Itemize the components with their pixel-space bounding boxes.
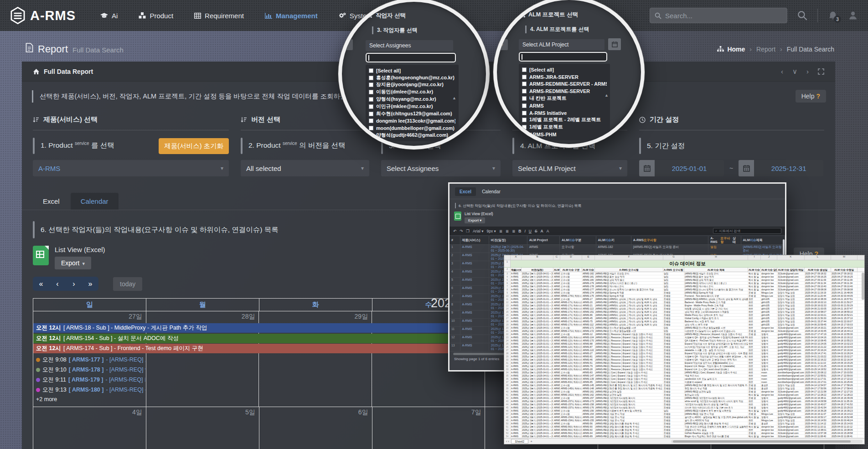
column-header[interactable]: A-RMS 요구사항 상태 bbox=[708, 236, 741, 244]
sheet-row[interactable]: 18A-RMS2025년 1분기 (2025-01-01 ~ 2025-03-3… bbox=[504, 320, 864, 323]
sheet-nav-icons[interactable]: ‹ › bbox=[506, 440, 509, 443]
nav-item-ai[interactable]: Ai bbox=[100, 12, 118, 20]
sheet-row[interactable]: 8A-RMS2025년 2분기 (2025-04-01 ~ 2025-06-30… bbox=[504, 288, 864, 291]
column-letter[interactable]: B bbox=[522, 255, 553, 260]
sheet-row[interactable]: 11A-RMS2025년 1분기 (2025-01-01 ~ 2025-03-3… bbox=[504, 298, 864, 301]
sheet-row[interactable]: 24A-RMS2025년 1분기 (2025-01-01 ~ 2025-03-3… bbox=[504, 339, 864, 342]
italic-button[interactable]: I bbox=[524, 229, 525, 233]
tab-excel[interactable]: Excel bbox=[33, 193, 70, 210]
column-letter[interactable]: J bbox=[761, 255, 777, 260]
column-letter[interactable]: E bbox=[582, 255, 595, 260]
sheet-row[interactable]: 10A-RMS2025년 2분기 (2025-04-01 ~ 2025-06-3… bbox=[504, 294, 864, 298]
sheet-row[interactable]: 15A-RMS2025년 1분기 (2025-01-01 ~ 2025-03-3… bbox=[504, 310, 864, 314]
sheet-row[interactable]: 21A-RMS2025년 2분기 (2025-04-01 ~ 2025-06-3… bbox=[504, 330, 864, 333]
sheet-row[interactable]: 34A-RMS2025년 2분기 (2025-04-01 ~ 2025-06-3… bbox=[504, 371, 864, 374]
alm-project-option[interactable]: ARMS-JIRA-SERVER bbox=[522, 73, 607, 81]
sheet-row[interactable]: 16A-RMS2025년 1분기 (2025-01-01 ~ 2025-03-3… bbox=[504, 314, 864, 317]
nav-item-product[interactable]: Product bbox=[139, 12, 173, 20]
calendar-next-button[interactable]: › bbox=[66, 277, 82, 291]
sheet-row[interactable]: 30A-RMS2025년 1분기 (2025-01-01 ~ 2025-03-3… bbox=[504, 358, 864, 361]
breadcrumb-report[interactable]: Report bbox=[756, 46, 775, 53]
assignee-option[interactable]: 이민규(mklee@mz.co.kr) bbox=[369, 103, 455, 110]
checkbox-icon[interactable] bbox=[522, 82, 527, 86]
checkbox-icon[interactable] bbox=[369, 83, 373, 87]
sheet-row[interactable]: 4A-RMS2025년 2분기 (2025-04-01 ~ 2025-06-30… bbox=[504, 275, 864, 279]
app-logo[interactable]: A-RMS bbox=[10, 7, 76, 24]
sheet-row[interactable]: 26A-RMS2025년 1분기 (2025-01-01 ~ 2025-03-3… bbox=[504, 346, 864, 349]
alm-project-option[interactable]: A-RMS Initiative bbox=[522, 109, 607, 117]
sheet-row[interactable]: 6A-RMS2025년 2분기 (2025-04-01 ~ 2025-06-30… bbox=[504, 282, 864, 285]
sheet-row[interactable]: 52A-RMS2025년 2분기 (2025-04-01 ~ 2025-06-3… bbox=[504, 428, 864, 432]
sheet-row[interactable]: 48A-RMS2025년 2분기 (2025-04-01 ~ 2025-06-3… bbox=[504, 416, 864, 419]
assignee-select-open[interactable]: Select Assignees bbox=[366, 40, 453, 51]
calendar-day-cell[interactable]: 7일 bbox=[372, 407, 486, 449]
sheet-row[interactable]: 45A-RMS2025년 2분기 (2025-04-01 ~ 2025-06-3… bbox=[504, 406, 864, 409]
panel-prev-icon[interactable]: ‹ bbox=[781, 67, 783, 75]
product-reset-button[interactable]: 제품(서비스) 초기화 bbox=[159, 138, 229, 154]
tab-calendar[interactable]: Calendar bbox=[71, 193, 119, 210]
sheet-row[interactable]: 53A-RMS2025년 2분기 (2025-04-01 ~ 2025-06-3… bbox=[504, 432, 864, 435]
checkbox-icon[interactable] bbox=[522, 96, 527, 101]
sheet-row[interactable]: 22A-RMS2025년 1분기 (2025-01-01 ~ 2025-03-3… bbox=[504, 333, 864, 336]
sheet-row[interactable]: 7A-RMS2025년 2분기 (2025-04-01 ~ 2025-06-30… bbox=[504, 285, 864, 288]
column-letter[interactable]: L bbox=[805, 255, 831, 260]
checkbox-icon[interactable] bbox=[369, 119, 373, 123]
alm-project-filter-input[interactable] bbox=[519, 52, 607, 62]
sheet-row[interactable]: 37A-RMS2025년 2분기 (2025-04-01 ~ 2025-06-3… bbox=[504, 381, 864, 384]
assignee-select[interactable]: Select Assignees ▾ bbox=[381, 160, 501, 176]
column-header[interactable]: ALM Project bbox=[527, 236, 560, 244]
alm-project-option[interactable]: [Select all] bbox=[522, 66, 607, 73]
sheet-row[interactable]: 3A-RMS2025년 2분기 (2025-04-01 ~ 2025-06-30… bbox=[504, 272, 864, 275]
calendar-day-cell[interactable]: 4일 bbox=[33, 407, 146, 449]
search-input[interactable] bbox=[665, 12, 782, 20]
sheet-row[interactable]: 42A-RMS2025년 2분기 (2025-04-01 ~ 2025-06-3… bbox=[504, 397, 864, 400]
product-select[interactable]: A-RMS ▾ bbox=[33, 160, 229, 176]
bold-button[interactable]: B bbox=[518, 229, 521, 233]
sheet-row[interactable]: 12A-RMS2025년 1분기 (2025-01-01 ~ 2025-03-3… bbox=[504, 301, 864, 304]
fill-color-button[interactable]: A bbox=[547, 229, 549, 233]
checkbox-icon[interactable] bbox=[522, 111, 527, 115]
assignee-filter-input[interactable] bbox=[366, 53, 456, 62]
panel-expand-icon[interactable] bbox=[818, 68, 824, 75]
more-events-link[interactable]: +2 more bbox=[36, 396, 57, 403]
help-button[interactable]: Help? bbox=[796, 90, 826, 103]
sheet-search-input[interactable]: ⌕ 시트에서 검색 bbox=[713, 228, 781, 234]
add-sheet-button[interactable]: + bbox=[530, 439, 532, 444]
checkbox-icon[interactable] bbox=[369, 104, 373, 109]
sheet-row[interactable]: 49A-RMS2025년 2분기 (2025-04-01 ~ 2025-06-3… bbox=[504, 419, 864, 422]
assignee-option[interactable]: 최수현(chltngus129@gmail.com) bbox=[369, 110, 455, 118]
sheet-row[interactable]: 35A-RMS2025년 2분기 (2025-04-01 ~ 2025-06-3… bbox=[504, 374, 864, 377]
checkbox-icon[interactable] bbox=[522, 125, 527, 129]
column-letter[interactable]: A bbox=[511, 255, 522, 260]
sheet-row[interactable]: 20A-RMS2025년 2분기 (2025-04-01 ~ 2025-06-3… bbox=[504, 326, 864, 330]
table-row[interactable]: 1A-RMS2025년 2분기 (2025-04-01 ~ 2025-06-30… bbox=[450, 245, 785, 253]
column-header[interactable]: ALM 이슈 구분 bbox=[560, 236, 596, 244]
sheet-row[interactable]: 38A-RMS2025년 2분기 (2025-04-01 ~ 2025-06-3… bbox=[504, 384, 864, 387]
global-search[interactable] bbox=[650, 8, 787, 23]
sheet-row[interactable]: 29A-RMS2025년 1분기 (2025-01-01 ~ 2025-03-3… bbox=[504, 355, 864, 358]
calendar-event-item[interactable]: 오전 9:10[ ARMS-178 ]- [ARMS-REQ] 엑스배 bbox=[34, 365, 145, 374]
calendar-event-item[interactable]: 오전 9:08[ ARMS-177 ]- [ARMS-REQ] 모니터 bbox=[34, 355, 145, 364]
column-letter[interactable]: H bbox=[684, 255, 748, 260]
sheet-row[interactable]: 50A-RMS2025년 2분기 (2025-04-01 ~ 2025-06-3… bbox=[504, 422, 864, 425]
assignee-option[interactable]: 홍성훈(hongseonghun@mz.co.kr) bbox=[369, 74, 455, 82]
font-family-select[interactable]: Arial ▾ bbox=[473, 229, 484, 233]
checkbox-icon[interactable] bbox=[369, 126, 373, 130]
date-from-input[interactable]: 2025-01-01 bbox=[639, 160, 724, 176]
column-header[interactable]: # bbox=[450, 236, 460, 244]
sheet-row[interactable]: 47A-RMS2025년 2분기 (2025-04-01 ~ 2025-06-3… bbox=[504, 413, 864, 416]
panel-next-icon[interactable]: › bbox=[806, 67, 809, 75]
sheet-row[interactable]: 13A-RMS2025년 1분기 (2025-01-01 ~ 2025-03-3… bbox=[504, 304, 864, 307]
checkbox-icon[interactable] bbox=[522, 89, 527, 93]
checkbox-icon[interactable] bbox=[522, 67, 527, 72]
assignee-option[interactable]: 양형석(hsyang@mz.co.kr) bbox=[369, 96, 455, 103]
assignee-option[interactable]: dongmin lee(313cokr@gmail.com) bbox=[369, 118, 455, 125]
panel-collapse-icon[interactable]: ∨ bbox=[792, 67, 797, 76]
tab-excel[interactable]: Excel bbox=[455, 187, 476, 196]
strikethrough-button[interactable]: S bbox=[535, 229, 537, 233]
sheet-row[interactable]: 46A-RMS2025년 2분기 (2025-04-01 ~ 2025-06-3… bbox=[504, 409, 864, 413]
assignee-option[interactable]: [Select all] bbox=[369, 67, 455, 74]
column-header[interactable]: ALM 이슈 키 bbox=[596, 236, 631, 244]
scroll-up-icon[interactable]: ▲ bbox=[452, 96, 456, 100]
column-letter[interactable]: K bbox=[777, 255, 805, 260]
